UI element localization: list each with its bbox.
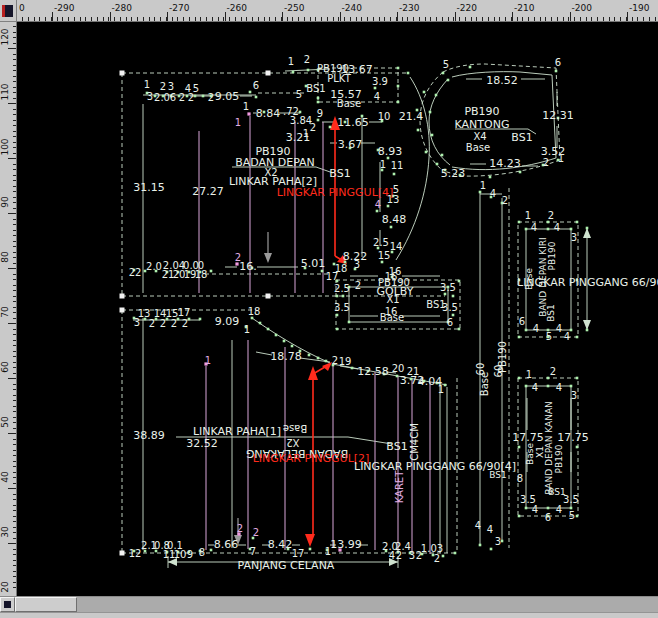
pattern-point[interactable] <box>247 112 250 115</box>
pattern-point[interactable] <box>210 549 213 552</box>
pattern-point[interactable] <box>576 336 579 339</box>
pattern-point[interactable] <box>447 79 450 82</box>
pattern-point[interactable] <box>576 221 579 224</box>
pattern-point[interactable] <box>458 328 461 331</box>
pattern-point[interactable] <box>518 377 521 380</box>
pattern-point[interactable] <box>120 551 125 556</box>
pattern-point[interactable] <box>479 544 482 547</box>
pattern-point[interactable] <box>342 295 345 298</box>
pattern-point[interactable] <box>518 336 521 339</box>
pattern-point[interactable] <box>417 129 420 132</box>
pattern-point[interactable] <box>469 66 472 69</box>
pattern-point[interactable] <box>348 321 351 324</box>
pattern-point[interactable] <box>489 176 492 179</box>
pattern-point[interactable] <box>309 548 312 551</box>
pattern-point[interactable] <box>435 94 438 97</box>
pattern-point[interactable] <box>423 91 426 94</box>
pattern-point[interactable] <box>525 507 528 510</box>
pattern-point[interactable] <box>120 308 125 313</box>
pattern-point[interactable] <box>390 226 393 229</box>
pattern-point[interactable] <box>490 548 493 551</box>
pattern-point[interactable] <box>317 101 320 104</box>
pattern-point[interactable] <box>336 295 339 298</box>
pattern-point[interactable] <box>351 367 354 370</box>
pattern-point[interactable] <box>576 446 579 449</box>
pattern-point[interactable] <box>425 151 428 154</box>
pattern-point[interactable] <box>525 329 528 332</box>
pattern-point[interactable] <box>199 318 202 321</box>
pattern-point[interactable] <box>407 72 410 75</box>
pattern-point[interactable] <box>292 71 295 74</box>
pattern-point[interactable] <box>454 552 457 555</box>
pattern-point[interactable] <box>431 134 434 137</box>
pattern-point[interactable] <box>336 314 339 317</box>
pattern-point[interactable] <box>387 205 390 208</box>
pattern-point[interactable] <box>547 377 550 380</box>
pattern-point[interactable] <box>255 96 258 99</box>
drawing-canvas[interactable]: 121234532.062229.056118.84.723.84213.21P… <box>17 22 658 596</box>
pattern-point[interactable] <box>429 111 432 114</box>
pattern-point[interactable] <box>518 221 521 224</box>
scroll-split-button[interactable] <box>0 597 15 612</box>
pattern-point[interactable] <box>275 334 278 337</box>
pattern-point[interactable] <box>397 101 400 104</box>
pattern-point[interactable] <box>321 270 324 273</box>
pattern-point[interactable] <box>291 345 294 348</box>
pattern-point[interactable] <box>308 354 311 357</box>
scrollbar-thumb[interactable] <box>15 597 77 612</box>
pattern-point[interactable] <box>452 314 455 317</box>
pattern-point[interactable] <box>518 446 521 449</box>
pattern-point[interactable] <box>396 375 399 378</box>
pattern-point[interactable] <box>525 228 528 231</box>
pattern-point[interactable] <box>202 95 205 98</box>
pattern-point[interactable] <box>299 111 302 114</box>
pattern-point[interactable] <box>376 210 379 213</box>
pattern-point[interactable] <box>525 385 528 388</box>
pattern-point[interactable] <box>547 228 550 231</box>
pattern-point[interactable] <box>547 221 550 224</box>
pattern-point[interactable] <box>570 507 573 510</box>
pattern-point[interactable] <box>317 97 320 100</box>
pattern-point[interactable] <box>397 67 400 70</box>
scrollbar-track[interactable] <box>77 597 658 612</box>
pattern-point[interactable] <box>442 555 445 558</box>
pattern-point[interactable] <box>547 385 550 388</box>
pattern-point[interactable] <box>570 385 573 388</box>
pattern-point[interactable] <box>317 357 320 360</box>
pattern-point[interactable] <box>442 72 445 75</box>
pattern-point[interactable] <box>452 295 455 298</box>
pattern-point[interactable] <box>266 71 271 76</box>
pattern-point[interactable] <box>547 507 550 510</box>
pattern-point[interactable] <box>249 91 252 94</box>
pattern-point[interactable] <box>267 328 270 331</box>
pattern-point[interactable] <box>444 293 447 296</box>
ruler-origin-button[interactable] <box>0 0 17 22</box>
pattern-point[interactable] <box>381 261 384 264</box>
pattern-point[interactable] <box>576 515 579 518</box>
horizontal-scrollbar[interactable] <box>0 596 658 612</box>
pattern-point[interactable] <box>374 87 377 90</box>
pattern-point[interactable] <box>586 227 589 230</box>
pattern-point[interactable] <box>586 329 589 332</box>
pattern-point[interactable] <box>307 69 310 72</box>
pattern-point[interactable] <box>283 340 286 343</box>
pattern-point[interactable] <box>259 322 262 325</box>
pattern-point[interactable] <box>519 171 522 174</box>
pattern-point[interactable] <box>570 228 573 231</box>
pattern-point[interactable] <box>120 294 125 299</box>
pattern-point[interactable] <box>441 154 444 157</box>
pattern-point[interactable] <box>210 270 213 273</box>
pattern-point[interactable] <box>251 317 254 320</box>
pattern-point[interactable] <box>329 126 332 129</box>
pattern-point[interactable] <box>317 119 320 122</box>
pattern-point[interactable] <box>120 71 125 76</box>
pattern-point[interactable] <box>479 191 482 194</box>
pattern-point[interactable] <box>325 360 328 363</box>
pattern-point[interactable] <box>393 173 396 176</box>
pattern-point[interactable] <box>436 163 439 166</box>
pattern-point[interactable] <box>518 515 521 518</box>
pattern-point[interactable] <box>555 70 558 73</box>
pattern-point[interactable] <box>576 377 579 380</box>
pattern-point[interactable] <box>336 328 339 331</box>
pattern-point[interactable] <box>266 294 271 299</box>
